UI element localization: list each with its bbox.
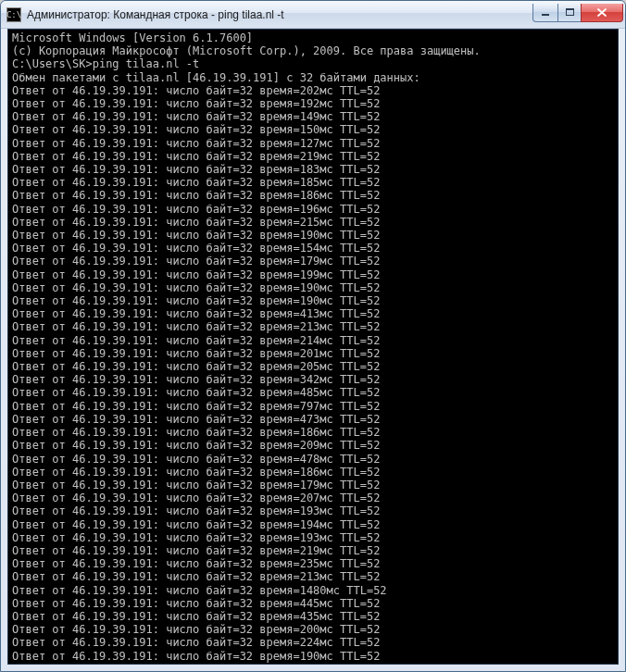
close-button[interactable] [581, 4, 623, 22]
console-line: Ответ от 46.19.39.191: число байт=32 вре… [12, 176, 614, 189]
console-line: Ответ от 46.19.39.191: число байт=32 вре… [12, 123, 614, 136]
console-line: Ответ от 46.19.39.191: число байт=32 вре… [12, 650, 614, 663]
console-line: Ответ от 46.19.39.191: число байт=32 вре… [12, 597, 614, 610]
console-line: Ответ от 46.19.39.191: число байт=32 вре… [12, 623, 614, 636]
console-line: Ответ от 46.19.39.191: число байт=32 вре… [12, 584, 614, 597]
console-line: Обмен пакетами с tilaa.nl [46.19.39.191]… [12, 71, 614, 84]
console-line: Ответ от 46.19.39.191: число байт=32 вре… [12, 203, 614, 216]
minimize-button[interactable] [532, 4, 558, 22]
console-line: Ответ от 46.19.39.191: число байт=32 вре… [12, 386, 614, 399]
window-buttons [533, 4, 623, 22]
console-line: Ответ от 46.19.39.191: число байт=32 вре… [12, 492, 614, 504]
console-line: C:\Users\SK>ping tilaa.nl -t [12, 57, 614, 70]
console-line: Ответ от 46.19.39.191: число байт=32 вре… [12, 531, 614, 544]
console-line: Ответ от 46.19.39.191: число байт=32 вре… [12, 504, 614, 517]
console-line: Ответ от 46.19.39.191: число байт=32 вре… [12, 137, 614, 150]
console-line: Ответ от 46.19.39.191: число байт=32 вре… [12, 84, 614, 97]
console-line: Ответ от 46.19.39.191: число байт=32 вре… [12, 400, 614, 413]
console-line: Ответ от 46.19.39.191: число байт=32 вре… [12, 466, 614, 479]
maximize-icon [565, 7, 575, 18]
console-line: Ответ от 46.19.39.191: число байт=32 вре… [12, 479, 614, 492]
minimize-icon [541, 7, 551, 18]
console-line: Ответ от 46.19.39.191: число байт=32 вре… [12, 242, 614, 255]
console-line: Ответ от 46.19.39.191: число байт=32 вре… [12, 255, 614, 268]
cmd-icon: C:\ [6, 7, 21, 22]
console-line: Ответ от 46.19.39.191: число байт=32 вре… [12, 557, 614, 570]
console-line: Ответ от 46.19.39.191: число байт=32 вре… [12, 426, 614, 439]
console-line: Ответ от 46.19.39.191: число байт=32 вре… [12, 320, 614, 333]
maximize-button[interactable] [557, 4, 582, 22]
console-line: Ответ от 46.19.39.191: число байт=32 вре… [12, 163, 614, 176]
console-client-area[interactable]: Microsoft Windows [Version 6.1.7600](c) … [7, 29, 619, 665]
console-line: Ответ от 46.19.39.191: число байт=32 вре… [12, 373, 614, 386]
console-line: Ответ от 46.19.39.191: число байт=32 вре… [12, 570, 614, 583]
console-line: Ответ от 46.19.39.191: число байт=32 вре… [12, 360, 614, 373]
titlebar[interactable]: C:\ Администратор: Командная строка - pi… [1, 1, 625, 29]
close-icon [596, 7, 607, 18]
console-line: Ответ от 46.19.39.191: число байт=32 вре… [12, 334, 614, 347]
svg-rect-0 [542, 14, 549, 16]
console-line: Ответ от 46.19.39.191: число байт=32 вре… [12, 307, 614, 320]
console-line: Ответ от 46.19.39.191: число байт=32 вре… [12, 110, 614, 123]
console-line: Ответ от 46.19.39.191: число байт=32 вре… [12, 347, 614, 360]
console-line: Ответ от 46.19.39.191: число байт=32 вре… [12, 636, 614, 649]
window-title: Администратор: Командная строка - ping t… [27, 8, 533, 21]
console-line: Ответ от 46.19.39.191: число байт=32 вре… [12, 413, 614, 426]
console-line: Ответ от 46.19.39.191: число байт=32 вре… [12, 97, 614, 110]
console-line: Ответ от 46.19.39.191: число байт=32 вре… [12, 544, 614, 557]
console-line: (c) Корпорация Майкрософт (Microsoft Cor… [12, 44, 614, 57]
console-line: Ответ от 46.19.39.191: число байт=32 вре… [12, 268, 614, 281]
console-line: Microsoft Windows [Version 6.1.7600] [12, 31, 614, 44]
svg-rect-2 [566, 8, 574, 10]
console-line: Ответ от 46.19.39.191: число байт=32 вре… [12, 453, 614, 466]
console-line: Ответ от 46.19.39.191: число байт=32 вре… [12, 281, 614, 294]
console-line: Ответ от 46.19.39.191: число байт=32 вре… [12, 229, 614, 242]
console-line: Ответ от 46.19.39.191: число байт=32 вре… [12, 518, 614, 531]
console-line: Ответ от 46.19.39.191: число байт=32 вре… [12, 610, 614, 623]
console-line: Ответ от 46.19.39.191: число байт=32 вре… [12, 150, 614, 163]
window-frame: C:\ Администратор: Командная строка - pi… [0, 0, 626, 672]
console-line: Ответ от 46.19.39.191: число байт=32 вре… [12, 189, 614, 202]
console-output: Microsoft Windows [Version 6.1.7600](c) … [12, 31, 614, 663]
console-line: Ответ от 46.19.39.191: число байт=32 вре… [12, 294, 614, 307]
console-line: Ответ от 46.19.39.191: число байт=32 вре… [12, 439, 614, 452]
console-line: Ответ от 46.19.39.191: число байт=32 вре… [12, 216, 614, 229]
